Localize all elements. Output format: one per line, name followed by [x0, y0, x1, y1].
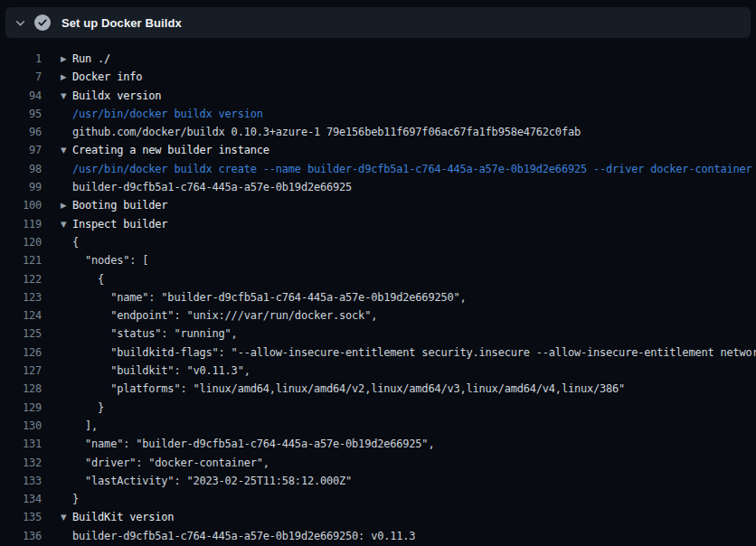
line-number[interactable]: 136	[0, 527, 42, 545]
log-text: Buildx version	[72, 87, 161, 105]
step-header[interactable]: Set up Docker Buildx	[5, 7, 751, 38]
line-number[interactable]: 94	[0, 87, 42, 105]
log-line[interactable]: 7 ▶ Docker info	[0, 68, 756, 86]
group-toggle-icon[interactable]: ▶	[42, 196, 72, 214]
log-line[interactable]: 97 ▼ Creating a new builder instance	[0, 141, 756, 159]
log-line: 124 "endpoint": "unix:///var/run/docker.…	[0, 306, 756, 325]
log-viewer: 1 ▶ Run ./ 7 ▶ Docker info 94 ▼ Buildx v…	[0, 50, 756, 545]
log-text: "driver": "docker-container",	[72, 454, 269, 472]
log-text: builder-d9cfb5a1-c764-445a-a57e-0b19d2e6…	[72, 178, 352, 196]
line-number[interactable]: 100	[0, 196, 42, 214]
log-line: 127 "buildkit": "v0.11.3",	[0, 362, 756, 380]
chevron-down-icon[interactable]	[14, 16, 26, 29]
check-circle-icon	[34, 14, 51, 31]
log-text: Run ./	[72, 50, 110, 68]
log-text: /usr/bin/docker buildx create --name bui…	[72, 160, 752, 178]
log-text: "nodes": [	[72, 251, 148, 269]
line-number[interactable]: 130	[0, 417, 42, 435]
line-number[interactable]: 1	[0, 50, 42, 68]
log-line: 95 /usr/bin/docker buildx version	[0, 105, 756, 123]
line-number[interactable]: 134	[0, 490, 42, 508]
log-text: ],	[72, 417, 98, 435]
log-line: 120 {	[0, 233, 756, 251]
line-number[interactable]: 127	[0, 362, 42, 380]
group-toggle-icon	[42, 472, 72, 490]
line-number[interactable]: 128	[0, 380, 42, 398]
log-text: /usr/bin/docker buildx version	[72, 105, 263, 123]
line-number[interactable]: 98	[0, 160, 42, 178]
log-text: "platforms": "linux/amd64,linux/amd64/v2…	[72, 380, 625, 398]
log-line[interactable]: 1 ▶ Run ./	[0, 50, 756, 68]
line-number[interactable]: 7	[0, 68, 42, 86]
group-toggle-icon[interactable]: ▶	[42, 68, 72, 86]
log-text: "endpoint": "unix:///var/run/docker.sock…	[72, 306, 377, 325]
log-line: 128 "platforms": "linux/amd64,linux/amd6…	[0, 380, 756, 398]
log-text: builder-d9cfb5a1-c764-445a-a57e-0b19d2e6…	[72, 527, 415, 545]
log-line: 126 "buildkitd-flags": "--allow-insecure…	[0, 344, 756, 362]
log-line[interactable]: 119 ▼ Inspect builder	[0, 215, 756, 233]
log-line: 99 builder-d9cfb5a1-c764-445a-a57e-0b19d…	[0, 178, 756, 196]
group-toggle-icon	[42, 399, 72, 417]
line-number[interactable]: 129	[0, 399, 42, 417]
line-number[interactable]: 126	[0, 344, 42, 362]
group-toggle-icon[interactable]: ▶	[42, 50, 72, 68]
group-toggle-icon	[42, 435, 72, 453]
log-text: Creating a new builder instance	[72, 141, 269, 159]
line-number[interactable]: 95	[0, 105, 42, 123]
log-line: 131 "name": "builder-d9cfb5a1-c764-445a-…	[0, 435, 756, 453]
log-text: Docker info	[72, 68, 142, 86]
log-line[interactable]: 94 ▼ Buildx version	[0, 87, 756, 105]
log-text: }	[72, 490, 79, 508]
group-toggle-icon	[42, 454, 72, 472]
group-toggle-icon	[42, 362, 72, 380]
log-text: Inspect builder	[72, 215, 167, 233]
line-number[interactable]: 123	[0, 288, 42, 306]
line-number[interactable]: 131	[0, 435, 42, 453]
line-number[interactable]: 97	[0, 141, 42, 159]
group-toggle-icon	[42, 380, 72, 398]
group-toggle-icon[interactable]: ▼	[42, 215, 72, 233]
line-number[interactable]: 99	[0, 178, 42, 196]
group-toggle-icon	[42, 233, 72, 251]
group-toggle-icon	[42, 527, 72, 545]
group-toggle-icon	[42, 251, 72, 269]
line-number[interactable]: 132	[0, 454, 42, 472]
log-line: 133 "lastActivity": "2023-02-25T11:58:12…	[0, 472, 756, 490]
group-toggle-icon	[42, 105, 72, 123]
log-line: 134 }	[0, 490, 756, 508]
log-text: }	[72, 399, 104, 417]
group-toggle-icon	[42, 344, 72, 362]
log-line: 98 /usr/bin/docker buildx create --name …	[0, 160, 756, 178]
log-text: github.com/docker/buildx 0.10.3+azure-1 …	[72, 123, 581, 141]
log-line: 122 {	[0, 270, 756, 288]
group-toggle-icon	[42, 306, 72, 325]
line-number[interactable]: 96	[0, 123, 42, 141]
line-number[interactable]: 135	[0, 508, 42, 526]
log-text: "buildkitd-flags": "--allow-insecure-ent…	[72, 344, 756, 362]
group-toggle-icon[interactable]: ▼	[42, 508, 72, 526]
line-number[interactable]: 124	[0, 306, 42, 325]
log-line: 121 "nodes": [	[0, 251, 756, 269]
log-line: 129 }	[0, 399, 756, 417]
line-number[interactable]: 133	[0, 472, 42, 490]
log-text: "buildkit": "v0.11.3",	[72, 362, 250, 380]
group-toggle-icon	[42, 160, 72, 178]
log-line[interactable]: 135 ▼ BuildKit version	[0, 508, 756, 526]
line-number[interactable]: 120	[0, 233, 42, 251]
log-text: "status": "running",	[72, 325, 238, 343]
group-toggle-icon[interactable]: ▼	[42, 141, 72, 159]
log-text: {	[72, 270, 104, 288]
line-number[interactable]: 122	[0, 270, 42, 288]
line-number[interactable]: 119	[0, 215, 42, 233]
log-text: "lastActivity": "2023-02-25T11:58:12.000…	[72, 472, 352, 490]
line-number[interactable]: 125	[0, 325, 42, 343]
group-toggle-icon[interactable]: ▼	[42, 87, 72, 105]
log-line: 132 "driver": "docker-container",	[0, 454, 756, 472]
group-toggle-icon	[42, 417, 72, 435]
log-line: 130 ],	[0, 417, 756, 435]
log-text: BuildKit version	[72, 508, 174, 526]
log-line[interactable]: 100 ▶ Booting builder	[0, 196, 756, 214]
group-toggle-icon	[42, 178, 72, 196]
group-toggle-icon	[42, 490, 72, 508]
line-number[interactable]: 121	[0, 251, 42, 269]
